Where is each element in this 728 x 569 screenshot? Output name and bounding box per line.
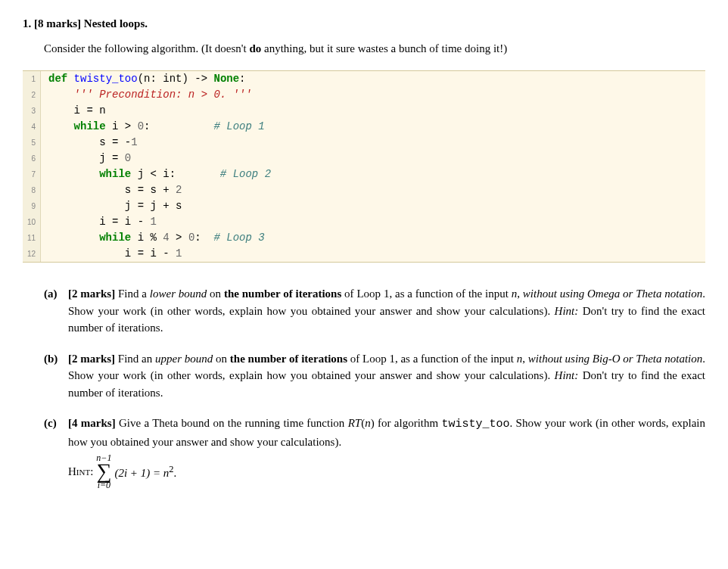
line-number: 6 xyxy=(23,151,41,166)
subq-marks: [2 marks] xyxy=(68,353,115,365)
question-intro: Consider the following algorithm. (It do… xyxy=(44,40,705,58)
code-content: i = n xyxy=(41,103,106,119)
line-number: 12 xyxy=(23,246,41,262)
line-number: 1 xyxy=(23,71,41,87)
code-line: 11 while i % 4 > 0: # Loop 3 xyxy=(23,230,705,246)
subq-body: [2 marks] Find a lower bound on the numb… xyxy=(68,285,705,337)
summation-icon: n−1 ∑ i=0 xyxy=(96,453,111,490)
sum-lower: i=0 xyxy=(98,480,110,490)
code-line: 4 while i > 0: # Loop 1 xyxy=(23,119,705,135)
sum-expression: (2i + 1) = n2. xyxy=(114,462,176,482)
subquestion-b: (b) [2 marks] Find an upper bound on the… xyxy=(44,350,705,402)
code-content: while j < i: # Loop 2 xyxy=(41,166,271,182)
question-header: 1. [8 marks] Nested loops. xyxy=(23,15,705,33)
code-line: 10 i = i - 1 xyxy=(23,214,705,230)
code-line: 5 s = -1 xyxy=(23,135,705,151)
code-content: j = j + s xyxy=(41,198,182,214)
code-content: i = i - 1 xyxy=(41,214,157,230)
code-content: while i > 0: # Loop 1 xyxy=(41,119,265,135)
code-content: j = 0 xyxy=(41,151,131,166)
code-content: s = -1 xyxy=(41,135,138,151)
intro-text-post: anything, but it sure wastes a bunch of … xyxy=(261,42,507,54)
code-line: 9 j = j + s xyxy=(23,198,705,214)
line-number: 2 xyxy=(23,87,41,103)
code-content: s = s + 2 xyxy=(41,182,182,198)
hint-label: Hint: xyxy=(68,463,93,480)
question-marks: [8 marks] xyxy=(34,17,81,30)
question-title: Nested loops. xyxy=(84,17,148,30)
intro-bold: do xyxy=(249,42,261,54)
line-number: 8 xyxy=(23,182,41,198)
code-line: 8 s = s + 2 xyxy=(23,182,705,198)
code-line: 2 ''' Precondition: n > 0. ''' xyxy=(23,87,705,103)
line-number: 3 xyxy=(23,103,41,119)
subquestion-a: (a) [2 marks] Find a lower bound on the … xyxy=(44,285,705,337)
subq-marks: [4 marks] xyxy=(68,417,116,429)
subquestions: (a) [2 marks] Find a lower bound on the … xyxy=(44,285,705,490)
code-line: 1 def twisty_too(n: int) -> None: xyxy=(23,71,705,87)
code-content: ''' Precondition: n > 0. ''' xyxy=(41,87,252,103)
code-line: 6 j = 0 xyxy=(23,151,705,166)
line-number: 10 xyxy=(23,214,41,230)
code-content: while i % 4 > 0: # Loop 3 xyxy=(41,230,265,246)
subq-marks: [2 marks] xyxy=(68,288,115,300)
code-block: 1 def twisty_too(n: int) -> None: 2 ''' … xyxy=(23,70,705,263)
subq-label: (b) xyxy=(44,350,62,402)
line-number: 7 xyxy=(23,166,41,182)
hint-formula: Hint: n−1 ∑ i=0 (2i + 1) = n2. xyxy=(68,453,705,490)
line-number: 9 xyxy=(23,198,41,214)
line-number: 4 xyxy=(23,119,41,135)
line-number: 11 xyxy=(23,230,41,246)
question-number: 1. xyxy=(23,17,31,30)
line-number: 5 xyxy=(23,135,41,151)
code-line: 7 while j < i: # Loop 2 xyxy=(23,166,705,182)
code-content: def twisty_too(n: int) -> None: xyxy=(41,71,246,87)
code-content: i = i - 1 xyxy=(41,246,182,262)
subq-label: (a) xyxy=(44,285,62,337)
subq-body: [4 marks] Give a Theta bound on the runn… xyxy=(68,415,705,490)
code-line: 3 i = n xyxy=(23,103,705,119)
sigma-icon: ∑ xyxy=(96,463,111,480)
code-line: 12 i = i - 1 xyxy=(23,246,705,262)
subquestion-c: (c) [4 marks] Give a Theta bound on the … xyxy=(44,415,705,490)
intro-text-pre: Consider the following algorithm. (It do… xyxy=(44,42,249,54)
subq-body: [2 marks] Find an upper bound on the num… xyxy=(68,350,705,402)
subq-label: (c) xyxy=(44,415,62,490)
